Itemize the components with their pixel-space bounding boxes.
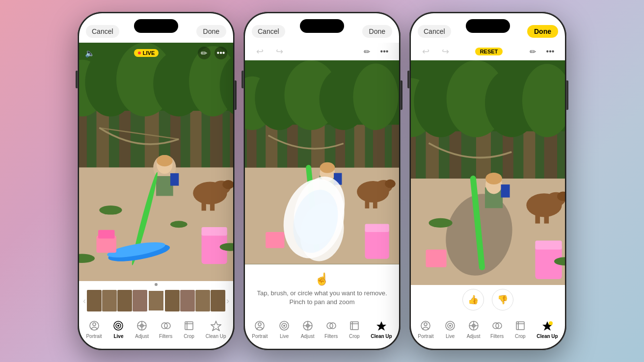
- toolbar-1: Portrait Live Adjust: [79, 314, 233, 349]
- thumbs-up-icon-3: 👍: [468, 294, 479, 305]
- tool-label: Adjust: [135, 334, 149, 339]
- cancel-button-2[interactable]: Cancel: [252, 25, 285, 38]
- cleanup-icon-3: [541, 319, 554, 332]
- film-frame[interactable]: [133, 290, 147, 311]
- tool-live-2[interactable]: Live: [278, 319, 291, 339]
- tool-adjust-2[interactable]: Adjust: [301, 319, 315, 339]
- film-frame-selected[interactable]: [148, 290, 164, 311]
- crop-icon-2: [348, 319, 361, 332]
- svg-rect-125: [544, 213, 549, 224]
- tool-filters-2[interactable]: Filters: [324, 319, 338, 339]
- done-button-2[interactable]: Done: [362, 25, 392, 38]
- tool-crop-1[interactable]: Crop: [183, 319, 195, 339]
- redo-icon-2[interactable]: ↪: [272, 45, 286, 58]
- tool-portrait-1[interactable]: Portrait: [86, 319, 102, 339]
- film-frame[interactable]: [180, 290, 195, 311]
- tool-label: Crop: [349, 334, 360, 339]
- film-frame[interactable]: [87, 290, 102, 311]
- edit-icon-2[interactable]: ✏: [360, 45, 374, 58]
- tool-portrait-3[interactable]: Portrait: [418, 319, 433, 339]
- volume-icon-1[interactable]: 🔈: [85, 49, 95, 58]
- edit-icon-3[interactable]: ✏: [526, 45, 539, 58]
- tool-cleanup-2[interactable]: Clean Up: [371, 319, 392, 339]
- svg-point-45: [117, 325, 119, 327]
- tool-label: Live: [280, 334, 289, 339]
- svg-rect-76: [373, 199, 377, 208]
- film-frame[interactable]: [102, 290, 117, 311]
- filters-icon-1: [160, 319, 172, 332]
- edit-icon-1[interactable]: ✏: [198, 47, 211, 59]
- undo-icon-2[interactable]: ↩: [253, 45, 267, 58]
- svg-point-151: [549, 321, 553, 325]
- more-icon-3[interactable]: •••: [543, 45, 557, 58]
- filters-icon-3: [491, 319, 504, 332]
- redo-icon-3[interactable]: ↪: [438, 45, 452, 58]
- more-icon-1[interactable]: •••: [215, 47, 227, 59]
- adjust-icon-3: [467, 319, 480, 332]
- film-frame[interactable]: [195, 290, 210, 311]
- tool-label-active-2: Clean Up: [371, 334, 392, 339]
- phone-2-screen: Cancel Done ↩ ↪ ✏ •••: [245, 13, 399, 349]
- instruction-area-2: ☝ Tap, brush, or circle what you want to…: [245, 264, 399, 314]
- tool-live-1[interactable]: Live: [112, 319, 125, 339]
- tool-label: Adjust: [467, 334, 481, 339]
- cancel-button-3[interactable]: Cancel: [418, 25, 451, 38]
- tool-label: Clean Up: [206, 334, 226, 339]
- tool-live-3[interactable]: Live: [444, 319, 456, 339]
- dynamic-island-2: [300, 19, 344, 33]
- svg-rect-23: [210, 201, 215, 211]
- done-button-1[interactable]: Done: [196, 25, 226, 38]
- cancel-button-1[interactable]: Cancel: [86, 25, 119, 38]
- film-frame[interactable]: [117, 290, 132, 311]
- svg-point-70: [353, 64, 398, 130]
- live-icon-3: [444, 319, 456, 332]
- toolbar-2: Portrait Live Adjust: [245, 314, 399, 349]
- film-arrow-right-1[interactable]: ›: [226, 296, 229, 306]
- tool-label: Portrait: [252, 334, 268, 339]
- portrait-icon-3: [419, 319, 432, 332]
- live-icon-1: [112, 319, 125, 332]
- svg-point-27: [157, 155, 172, 166]
- svg-point-128: [485, 173, 502, 184]
- phone-3: Cancel Done ↩ ↪ RESET ✏ •••: [409, 12, 566, 350]
- film-frame[interactable]: [165, 290, 180, 311]
- undo-icon-3[interactable]: ↩: [419, 45, 432, 58]
- reset-badge-3[interactable]: RESET: [475, 48, 503, 55]
- live-icon-2: [278, 319, 291, 332]
- photo-area-1: 🔈 LIVE ✏ •••: [79, 43, 233, 281]
- tool-label: Crop: [515, 334, 526, 339]
- tool-cleanup-3[interactable]: Clean Up: [537, 319, 558, 339]
- feedback-row-3: 👍 👎: [411, 285, 565, 314]
- adjust-icon-2: [301, 319, 314, 332]
- tool-portrait-2[interactable]: Portrait: [252, 319, 268, 339]
- filters-icon-2: [325, 319, 338, 332]
- svg-marker-55: [211, 321, 221, 331]
- tool-filters-1[interactable]: Filters: [159, 319, 172, 339]
- tool-label-active: Live: [113, 334, 123, 339]
- tool-cleanup-1[interactable]: Clean Up: [206, 319, 226, 339]
- done-button-3[interactable]: Done: [527, 25, 558, 38]
- thumbs-down-button-3[interactable]: 👎: [492, 289, 513, 310]
- svg-rect-129: [501, 184, 510, 198]
- film-frame[interactable]: [211, 290, 225, 311]
- svg-rect-132: [535, 241, 562, 250]
- svg-rect-75: [365, 199, 370, 208]
- tool-label: Adjust: [301, 334, 315, 339]
- tool-crop-2[interactable]: Crop: [348, 319, 361, 339]
- tool-label: Crop: [184, 334, 194, 339]
- thumbs-down-icon-3: 👎: [497, 294, 508, 305]
- svg-rect-124: [535, 213, 540, 224]
- tool-adjust-3[interactable]: Adjust: [467, 319, 481, 339]
- svg-rect-83: [365, 224, 389, 232]
- svg-rect-147: [516, 322, 524, 330]
- thumbs-up-button-3[interactable]: 👍: [462, 289, 484, 310]
- filmstrip-1[interactable]: ‹ ›: [79, 287, 233, 314]
- svg-point-37: [99, 206, 122, 215]
- live-badge-1[interactable]: LIVE: [134, 49, 159, 57]
- more-icon-2[interactable]: •••: [377, 45, 391, 58]
- tool-crop-3[interactable]: Crop: [514, 319, 527, 339]
- film-arrow-left-1[interactable]: ‹: [83, 296, 86, 306]
- tool-filters-3[interactable]: Filters: [490, 319, 504, 339]
- tool-adjust-1[interactable]: Adjust: [135, 319, 149, 339]
- instruction-text-2: Tap, brush, or circle what you want to r…: [253, 289, 391, 307]
